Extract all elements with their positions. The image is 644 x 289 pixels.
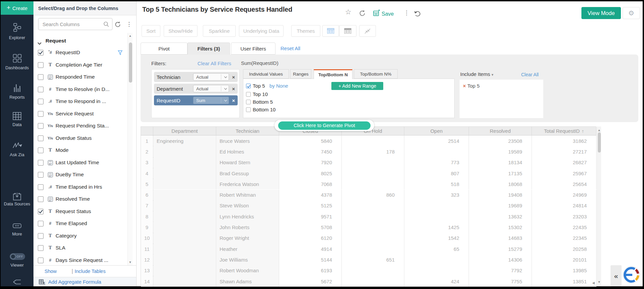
kebab-menu-icon[interactable]: ⋮ — [126, 21, 132, 28]
zoho-analytics-logo[interactable] — [623, 266, 640, 284]
field-label[interactable]: SLA — [56, 245, 65, 251]
create-button[interactable]: + Create — [1, 1, 33, 15]
field-checkbox[interactable] — [38, 123, 44, 129]
field-checkbox[interactable] — [38, 245, 44, 251]
filter-chip-department[interactable]: DepartmentActual× — [154, 84, 238, 94]
scrollbar-thumb[interactable] — [129, 42, 132, 83]
include-items-dropdown[interactable]: Include Items ▾ — [460, 71, 493, 77]
collapse-sidebar-icon[interactable] — [1, 279, 33, 285]
chip-remove-icon[interactable]: × — [232, 74, 235, 80]
refresh-columns-icon[interactable] — [114, 21, 121, 29]
field-checkbox[interactable] — [38, 99, 44, 104]
filter-chip-technician[interactable]: TechnicianActual× — [154, 72, 238, 82]
option-checkbox-bottom-10[interactable] — [246, 107, 251, 112]
field-label[interactable]: Request Pending Sta... — [56, 123, 109, 129]
viewer-toggle[interactable]: OFF — [10, 253, 25, 260]
field-label[interactable]: Time to Respond in ... — [56, 98, 106, 104]
nav-item-data[interactable]: Data — [1, 122, 33, 127]
field-checkbox[interactable] — [38, 233, 44, 239]
table-scrollbar-thumb[interactable] — [598, 132, 601, 153]
clear-all-link[interactable]: Clear All — [521, 72, 539, 77]
field-label[interactable]: Time Elapsed in Hrs — [56, 184, 102, 190]
table-scroll-left-icon[interactable]: ◀ — [592, 281, 595, 285]
nav-item-data-sources[interactable]: Data Sources — [1, 201, 33, 206]
table-scroll-up-icon[interactable]: ▲ — [597, 128, 601, 132]
field-label[interactable]: Category — [56, 233, 77, 239]
toolbar-show-hide[interactable]: Show/Hide — [164, 25, 197, 37]
generate-pivot-button[interactable]: Click Here to Generate Pivot — [278, 121, 371, 130]
add-aggregate-link[interactable]: Add Aggregate Formula — [48, 279, 101, 285]
more-options-icon[interactable]: ⋮ — [404, 9, 409, 16]
table-scrollbar[interactable]: ▲ ▼ — [597, 126, 601, 286]
grid-view-button[interactable] — [322, 25, 339, 37]
add-new-range-button[interactable]: + Add New Range — [331, 82, 383, 90]
option-checkbox-bottom-5[interactable] — [246, 100, 251, 104]
remove-item-icon[interactable]: × — [463, 83, 466, 89]
subtab-individual-values[interactable]: Individual Values — [243, 69, 289, 79]
clear-all-filters-link[interactable]: Clear All Filters — [197, 61, 231, 66]
view-mode-button[interactable]: View Mode — [581, 7, 621, 19]
subtab-top-bottom-n-[interactable]: Top/Bottom N% — [354, 69, 398, 79]
chip-remove-icon[interactable]: × — [232, 86, 235, 92]
collapse-right-button[interactable]: « — [611, 265, 622, 286]
field-checkbox[interactable] — [38, 160, 44, 166]
field-label[interactable]: DueBy Time — [56, 172, 84, 178]
field-checkbox[interactable] — [38, 148, 44, 153]
filter-funnel-icon[interactable] — [118, 50, 123, 57]
settings-button[interactable]: ⚙ — [623, 7, 640, 19]
field-label[interactable]: Time Elapsed — [56, 220, 87, 226]
nav-item-reports[interactable]: Reports — [1, 95, 33, 100]
column-header-resolved[interactable]: Resolved — [469, 127, 532, 135]
undo-icon[interactable] — [414, 10, 422, 18]
option-checkbox-top-10[interactable] — [246, 92, 251, 97]
field-checkbox[interactable] — [38, 50, 44, 56]
field-checkbox[interactable] — [38, 184, 44, 190]
toolbar-sort[interactable]: Sort — [142, 25, 160, 37]
column-header-open[interactable]: Open — [404, 127, 469, 135]
field-checkbox[interactable] — [38, 209, 44, 214]
chip-remove-icon[interactable]: × — [232, 98, 235, 103]
search-input[interactable] — [43, 18, 104, 30]
subtab-ranges[interactable]: Ranges — [290, 69, 311, 79]
chip-aggregate-select[interactable]: Sum — [193, 97, 229, 104]
field-checkbox[interactable] — [38, 111, 44, 117]
column-header-department[interactable]: Department — [153, 127, 216, 135]
include-tables-link[interactable]: Include Tables — [75, 269, 105, 274]
field-label[interactable]: Resolved Time — [56, 196, 90, 202]
add-aggregate-row[interactable]: Σ Add Aggregate Formula — [33, 277, 136, 286]
field-checkbox[interactable] — [38, 135, 44, 141]
field-checkbox[interactable] — [38, 74, 44, 80]
filter-chip-requestid[interactable]: RequestIDSum× — [154, 95, 238, 105]
reset-all-link[interactable]: Reset All — [280, 45, 300, 51]
field-checkbox[interactable] — [38, 87, 44, 92]
column-header-index[interactable] — [141, 127, 153, 135]
nav-item-explorer[interactable]: Explorer — [1, 35, 33, 40]
favorite-star-icon[interactable]: ☆ — [345, 8, 351, 16]
columns-scrollbar[interactable]: ▲ ▼ — [128, 33, 133, 265]
column-header-technician[interactable]: Technician — [216, 127, 279, 135]
nav-item-zia[interactable]: Ask Zia — [1, 152, 33, 157]
chip-aggregate-select[interactable]: Actual — [193, 85, 229, 92]
field-label[interactable]: Service Request — [56, 111, 94, 117]
field-checkbox[interactable] — [38, 221, 44, 226]
field-label[interactable]: Time to Resolve (in D... — [56, 86, 109, 92]
field-label[interactable]: Days Since Request ... — [56, 257, 108, 263]
field-checkbox[interactable] — [38, 196, 44, 202]
field-label[interactable]: RequestID — [56, 50, 80, 56]
option-checkbox-top-5[interactable] — [246, 84, 251, 88]
save-icon[interactable]: * — [373, 10, 381, 18]
tab-user-filters[interactable]: User Filters — [231, 42, 275, 55]
field-label[interactable]: Request Status — [56, 208, 91, 214]
field-label[interactable]: Mode — [56, 147, 69, 153]
chip-aggregate-select[interactable]: Actual — [193, 73, 229, 81]
nav-item-dashboards[interactable]: Dashboards — [1, 65, 33, 70]
toolbar-sparkline[interactable]: Sparkline — [203, 25, 236, 37]
show-link[interactable]: Show — [45, 269, 57, 274]
field-label[interactable]: Completion Age Tier — [56, 62, 102, 68]
nav-item-more[interactable]: More — [1, 231, 33, 236]
group-collapse-icon[interactable] — [37, 40, 42, 46]
group-label[interactable]: Request — [46, 38, 66, 44]
field-label[interactable]: Responded Time — [56, 74, 95, 80]
toolbar-themes[interactable]: Themes — [291, 25, 320, 37]
compact-view-button[interactable] — [339, 25, 356, 37]
